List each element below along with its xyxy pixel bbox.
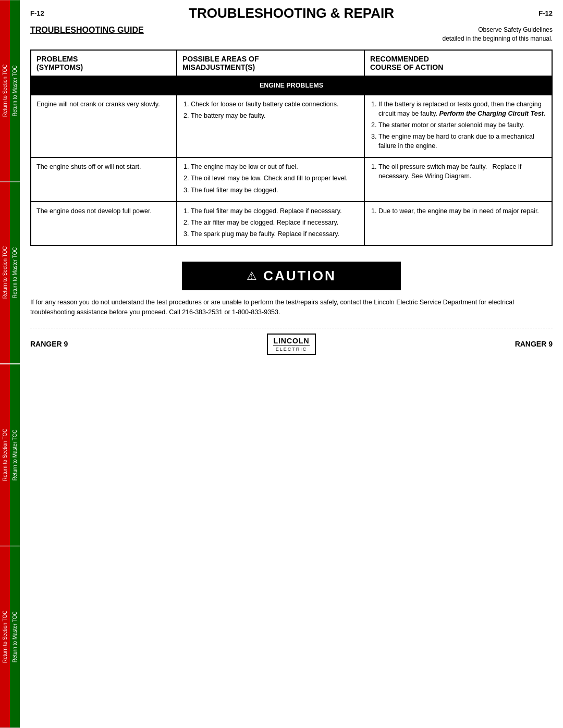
col-header-misadjustments: POSSIBLE AREAS OFMISADJUSTMENT(S) — [177, 50, 364, 76]
side-tab-group-3: Return to Section TOC Return to Master T… — [0, 364, 20, 546]
page-title: TROUBLESHOOTING & REPAIR — [55, 5, 529, 21]
list-item: The air filter may be clogged. Replace i… — [191, 218, 359, 227]
table-row: Engine will not crank or cranks very slo… — [31, 95, 552, 158]
bold-italic-text: Perform the Charging Circuit Test. — [439, 110, 545, 117]
brand-name: LINCOLN — [273, 337, 309, 345]
table-row: The engine does not develop full power. … — [31, 202, 552, 245]
return-master-toc-1[interactable]: Return to Master TOC — [10, 0, 20, 181]
page-header: F-12 TROUBLESHOOTING & REPAIR F-12 — [30, 5, 553, 21]
safety-note-line2: detailed in the beginning of this manual… — [443, 34, 553, 43]
page-footer: RANGER 9 LINCOLN ELECTRIC RANGER 9 — [30, 328, 553, 355]
engine-problems-label: ENGINE PROBLEMS — [31, 76, 552, 95]
list-item: The oil pressure switch may be faulty. R… — [378, 162, 546, 181]
symptom-1: Engine will not crank or cranks very slo… — [31, 95, 177, 158]
page-number-left: F-12 — [30, 9, 44, 17]
list-item: The oil level may be low. Check and fill… — [191, 174, 359, 183]
actions-1: If the battery is replaced or tests good… — [364, 95, 552, 158]
troubleshooting-table: PROBLEMS(SYMPTOMS) POSSIBLE AREAS OFMISA… — [30, 50, 553, 246]
col-header-symptoms: PROBLEMS(SYMPTOMS) — [31, 50, 177, 76]
actions-3: Due to wear, the engine may be in need o… — [364, 202, 552, 245]
section-title: TROUBLESHOOTING GUIDE — [30, 26, 144, 35]
table-header-row: PROBLEMS(SYMPTOMS) POSSIBLE AREAS OFMISA… — [31, 50, 552, 76]
list-item: The engine may be hard to crank due to a… — [378, 132, 546, 151]
footer-model-right: RANGER 9 — [515, 340, 553, 348]
main-content: F-12 TROUBLESHOOTING & REPAIR F-12 TROUB… — [20, 0, 563, 365]
lincoln-electric-logo: LINCOLN ELECTRIC — [267, 334, 315, 355]
engine-problems-header-row: ENGINE PROBLEMS — [31, 76, 552, 95]
side-tab-group-4: Return to Section TOC Return to Master T… — [0, 546, 20, 728]
possible-areas-3: The fuel filter may be clogged. Replace … — [177, 202, 364, 245]
list-item: Due to wear, the engine may be in need o… — [378, 206, 546, 216]
caution-section: ⚠ CAUTION If for any reason you do not u… — [30, 262, 553, 317]
return-section-toc-4[interactable]: Return to Section TOC — [0, 546, 10, 727]
list-item: Check for loose or faulty battery cable … — [191, 100, 359, 109]
symptom-3: The engine does not develop full power. — [31, 202, 177, 245]
return-section-toc-3[interactable]: Return to Section TOC — [0, 364, 10, 546]
caution-icon: ⚠ — [247, 269, 257, 283]
col-header-actions: RECOMMENDEDCOURSE OF ACTION — [364, 50, 552, 76]
possible-areas-1: Check for loose or faulty battery cable … — [177, 95, 364, 158]
brand-sub: ELECTRIC — [273, 345, 309, 352]
page-number-right: F-12 — [538, 9, 553, 17]
return-section-toc-2[interactable]: Return to Section TOC — [0, 182, 10, 363]
list-item: The engine may be low or out of fuel. — [191, 162, 359, 171]
list-item: The spark plug may be faulty. Replace if… — [191, 229, 359, 239]
list-item: The battery may be faulty. — [191, 111, 359, 120]
section-header: TROUBLESHOOTING GUIDE Observe Safety Gui… — [30, 26, 553, 43]
return-master-toc-2[interactable]: Return to Master TOC — [10, 182, 20, 363]
side-tabs: Return to Section TOC Return to Master T… — [0, 0, 20, 728]
caution-title: CAUTION — [263, 268, 336, 284]
return-master-toc-3[interactable]: Return to Master TOC — [10, 364, 20, 546]
safety-note-line1: Observe Safety Guidelines — [443, 26, 553, 34]
actions-2: The oil pressure switch may be faulty. R… — [364, 157, 552, 201]
list-item: The fuel filter may be clogged. Replace … — [191, 206, 359, 216]
caution-box: ⚠ CAUTION — [182, 262, 401, 290]
return-master-toc-4[interactable]: Return to Master TOC — [10, 546, 20, 727]
side-tab-group-2: Return to Section TOC Return to Master T… — [0, 182, 20, 364]
list-item: The fuel filter may be clogged. — [191, 186, 359, 195]
table-row: The engine shuts off or will not start. … — [31, 157, 552, 201]
side-tab-group-1: Return to Section TOC Return to Master T… — [0, 0, 20, 182]
return-section-toc-1[interactable]: Return to Section TOC — [0, 0, 10, 181]
symptom-2: The engine shuts off or will not start. — [31, 157, 177, 201]
possible-areas-2: The engine may be low or out of fuel. Th… — [177, 157, 364, 201]
list-item: If the battery is replaced or tests good… — [378, 100, 546, 118]
list-item: The starter motor or starter solenoid ma… — [378, 120, 546, 130]
footer-model-left: RANGER 9 — [30, 340, 68, 348]
caution-text: If for any reason you do not understand … — [30, 298, 553, 317]
safety-note: Observe Safety Guidelines detailed in th… — [443, 26, 553, 43]
